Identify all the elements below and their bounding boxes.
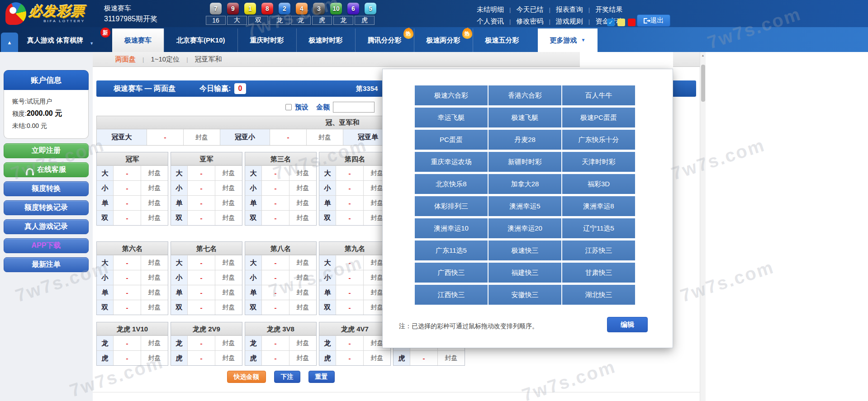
header-menu-link[interactable]: 开奖结果 xyxy=(590,5,628,14)
bet-odds[interactable]: - xyxy=(113,255,141,270)
bet-odds[interactable]: - xyxy=(336,181,363,195)
bet-odds[interactable]: - xyxy=(187,211,215,225)
action-下注[interactable]: 下注 xyxy=(274,371,300,383)
game-辽宁11选5[interactable]: 辽宁11选5 xyxy=(562,218,635,238)
tab-极速两分彩[interactable]: 极速两分彩热 xyxy=(414,28,473,52)
bet-odds[interactable]: - xyxy=(113,211,141,225)
bet-odds[interactable]: - xyxy=(261,300,289,315)
bet-odds[interactable]: - xyxy=(187,336,215,350)
game-天津时时彩[interactable]: 天津时时彩 xyxy=(562,152,635,172)
bet-odds[interactable]: - xyxy=(187,270,215,285)
game-极速快三[interactable]: 极速快三 xyxy=(489,241,561,260)
bet-odds[interactable]: - xyxy=(410,351,437,365)
bet-odds[interactable]: - xyxy=(261,270,289,285)
game-澳洲幸运8[interactable]: 澳洲幸运8 xyxy=(562,196,635,216)
bet-odds[interactable]: - xyxy=(336,270,363,285)
tab-北京赛车(PK10)[interactable]: 北京赛车(PK10) xyxy=(164,28,237,52)
game-百人牛牛[interactable]: 百人牛牛 xyxy=(562,85,635,105)
bet-odds[interactable]: - xyxy=(113,285,141,300)
game-加拿大28[interactable]: 加拿大28 xyxy=(489,174,561,194)
breadcrumb-item[interactable]: 1~10定位 xyxy=(151,55,180,64)
action-重置[interactable]: 重置 xyxy=(308,371,335,383)
vertical-scrollbar[interactable]: ▲ xyxy=(700,52,706,401)
color-swatch[interactable] xyxy=(628,19,636,26)
nav-lobby-tab[interactable]: 真人游戏 体育棋牌 新 ▼ xyxy=(27,28,94,52)
bet-odds[interactable]: - xyxy=(336,255,363,270)
game-北京快乐8[interactable]: 北京快乐8 xyxy=(415,174,488,194)
bet-odds[interactable]: - xyxy=(336,285,363,300)
collapse-button[interactable]: ▲ xyxy=(1,33,18,52)
bet-odds[interactable]: - xyxy=(336,211,363,225)
game-PC蛋蛋[interactable]: PC蛋蛋 xyxy=(415,130,488,150)
game-福彩3D[interactable]: 福彩3D xyxy=(562,174,635,194)
sidebar-button-最新注单[interactable]: 最新注单 xyxy=(4,257,89,272)
sidebar-button-在线客服[interactable]: 在线客服 xyxy=(4,162,89,177)
tab-腾讯分分彩[interactable]: 腾讯分分彩热 xyxy=(355,28,414,52)
game-澳洲幸运10[interactable]: 澳洲幸运10 xyxy=(415,218,488,238)
scrollbar-thumb[interactable] xyxy=(701,65,705,102)
game-澳洲幸运20[interactable]: 澳洲幸运20 xyxy=(489,218,561,238)
preset-checkbox[interactable] xyxy=(285,104,292,110)
game-江西快三[interactable]: 江西快三 xyxy=(415,285,488,305)
checked-checkbox[interactable]: ✓ xyxy=(607,19,615,26)
header-menu-link[interactable]: 报表查询 xyxy=(550,5,588,14)
tab-极速五分彩[interactable]: 极速五分彩 xyxy=(473,28,531,52)
tab-更多游戏[interactable]: 更多游戏▼ xyxy=(538,28,598,52)
header-menu-link[interactable]: 个人资讯 xyxy=(471,17,509,26)
sidebar-button-真人游戏记录[interactable]: 真人游戏记录 xyxy=(4,219,89,234)
bet-odds[interactable]: - xyxy=(336,166,363,180)
bet-odds[interactable]: - xyxy=(187,166,215,180)
bet-odds[interactable]: - xyxy=(261,336,289,350)
game-香港六合彩[interactable]: 香港六合彩 xyxy=(489,85,561,105)
game-湖北快三[interactable]: 湖北快三 xyxy=(562,285,635,305)
game-安徽快三[interactable]: 安徽快三 xyxy=(489,285,561,305)
bet-odds[interactable]: - xyxy=(261,166,289,180)
bet-odds[interactable]: - xyxy=(113,181,141,195)
sidebar-button-立即注册[interactable]: 立即注册 xyxy=(4,143,89,158)
bet-odds[interactable]: - xyxy=(187,300,215,315)
game-新疆时时彩[interactable]: 新疆时时彩 xyxy=(489,152,561,172)
breadcrumb-item[interactable]: 冠亚军和 xyxy=(195,55,222,64)
game-广东11选5[interactable]: 广东11选5 xyxy=(415,241,488,260)
tab-极速时时彩[interactable]: 极速时时彩 xyxy=(296,28,355,52)
game-幸运飞艇[interactable]: 幸运飞艇 xyxy=(415,108,488,127)
bet-odds[interactable]: - xyxy=(113,166,141,180)
sidebar-button-额度转换记录[interactable]: 额度转换记录 xyxy=(4,200,89,215)
bet-odds[interactable]: - xyxy=(336,336,363,350)
bet-odds[interactable]: - xyxy=(270,129,306,145)
header-menu-link[interactable]: 修改密码 xyxy=(511,17,549,26)
edit-button[interactable]: 编辑 xyxy=(607,317,648,332)
breadcrumb-item[interactable]: 两面盘 xyxy=(115,55,136,64)
bet-odds[interactable]: - xyxy=(187,255,215,270)
bet-odds[interactable]: - xyxy=(113,300,141,315)
header-menu-link[interactable]: 游戏规则 xyxy=(550,17,588,26)
game-澳洲幸运5[interactable]: 澳洲幸运5 xyxy=(489,196,561,216)
logout-button[interactable]: 退出 xyxy=(637,14,670,27)
bet-odds[interactable]: - xyxy=(113,351,141,365)
sidebar-button-APP下载[interactable]: APP下载 xyxy=(4,238,89,253)
game-极速六合彩[interactable]: 极速六合彩 xyxy=(415,85,488,105)
game-福建快三[interactable]: 福建快三 xyxy=(489,263,561,283)
bet-odds[interactable]: - xyxy=(261,196,289,210)
game-广西快三[interactable]: 广西快三 xyxy=(415,263,488,283)
game-体彩排列三[interactable]: 体彩排列三 xyxy=(415,196,488,216)
bet-odds[interactable]: - xyxy=(147,129,183,145)
game-极速飞艇[interactable]: 极速飞艇 xyxy=(489,108,561,127)
bet-odds[interactable]: - xyxy=(187,181,215,195)
site-logo[interactable]: 必发彩票 BIFA LOTTERY xyxy=(5,1,100,26)
bet-odds[interactable]: - xyxy=(336,351,363,365)
bet-odds[interactable]: - xyxy=(187,351,215,365)
bet-odds[interactable]: - xyxy=(113,336,141,350)
tab-极速赛车[interactable]: 极速赛车 xyxy=(112,28,164,52)
game-广东快乐十分[interactable]: 广东快乐十分 xyxy=(562,130,635,150)
action-快选金额[interactable]: 快选金额 xyxy=(227,371,266,383)
bet-odds[interactable]: - xyxy=(113,270,141,285)
color-swatch[interactable] xyxy=(617,19,625,26)
bet-odds[interactable]: - xyxy=(261,211,289,225)
game-甘肃快三[interactable]: 甘肃快三 xyxy=(562,263,635,283)
tab-重庆时时彩[interactable]: 重庆时时彩 xyxy=(237,28,296,52)
bet-odds[interactable]: - xyxy=(261,181,289,195)
bet-odds[interactable]: - xyxy=(187,196,215,210)
bet-odds[interactable]: - xyxy=(187,285,215,300)
bet-odds[interactable]: - xyxy=(261,255,289,270)
